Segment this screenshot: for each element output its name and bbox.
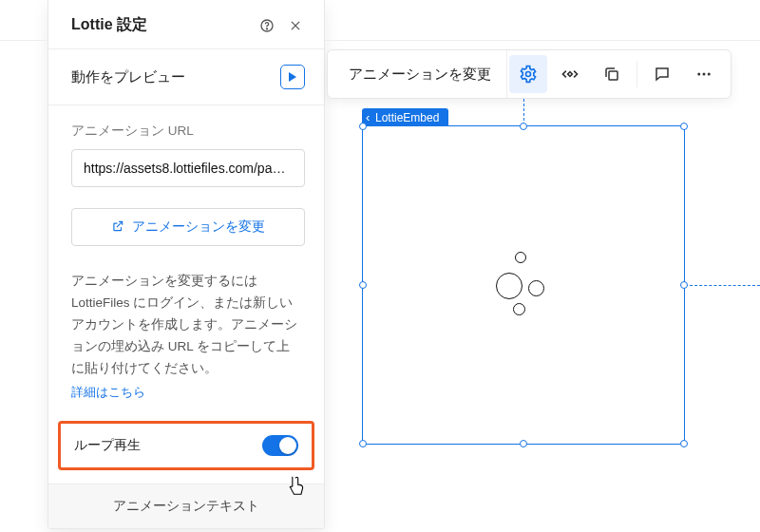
animation-bubble-medium bbox=[528, 280, 544, 296]
code-brackets-icon[interactable] bbox=[551, 55, 589, 93]
resize-handle-bl[interactable] bbox=[359, 440, 367, 447]
loop-playback-row: ループ再生 bbox=[58, 421, 314, 470]
svg-point-5 bbox=[697, 73, 700, 76]
animation-bubble-small-top bbox=[515, 252, 526, 263]
resize-handle-tl[interactable] bbox=[359, 123, 367, 130]
animation-bubble-small-bottom bbox=[513, 303, 525, 315]
resize-handle-mr[interactable] bbox=[680, 281, 688, 289]
preview-label: 動作をプレビュー bbox=[71, 68, 185, 86]
svg-point-2 bbox=[526, 72, 531, 77]
svg-point-6 bbox=[703, 73, 706, 76]
svg-rect-3 bbox=[568, 72, 573, 77]
element-tag[interactable]: LottieEmbed bbox=[362, 108, 448, 127]
external-link-icon bbox=[111, 219, 124, 236]
animation-url-section: アニメーション URL https://assets8.lottiefiles.… bbox=[48, 105, 324, 250]
settings-gear-icon[interactable] bbox=[509, 55, 547, 93]
loop-playback-label: ループ再生 bbox=[74, 437, 141, 454]
change-animation-button[interactable]: アニメーションを変更 bbox=[71, 208, 305, 246]
toolbar-separator bbox=[636, 61, 637, 87]
lottie-settings-panel: Lottie 設定 動作をプレビュー アニメーション URL https://a… bbox=[48, 0, 325, 529]
animation-url-input[interactable]: https://assets8.lottiefiles.com/pa… bbox=[71, 149, 305, 187]
more-icon[interactable] bbox=[685, 55, 723, 93]
selection-guide-vertical bbox=[523, 99, 524, 125]
close-icon[interactable] bbox=[286, 16, 305, 35]
preview-row: 動作をプレビュー bbox=[48, 49, 324, 105]
toolbar-change-animation[interactable]: アニメーションを変更 bbox=[333, 50, 507, 98]
help-icon[interactable] bbox=[257, 16, 276, 35]
loop-playback-toggle[interactable] bbox=[262, 435, 298, 456]
svg-point-7 bbox=[708, 73, 711, 76]
panel-header: Lottie 設定 bbox=[48, 0, 324, 49]
canvas-toolbar: アニメーションを変更 bbox=[327, 49, 732, 99]
svg-rect-4 bbox=[609, 71, 618, 80]
animation-bubble-large bbox=[496, 273, 522, 299]
resize-handle-br[interactable] bbox=[680, 440, 688, 447]
lottie-canvas-selection[interactable] bbox=[362, 125, 685, 445]
animation-url-label: アニメーション URL bbox=[71, 123, 305, 140]
resize-handle-tm[interactable] bbox=[520, 123, 527, 130]
comment-icon[interactable] bbox=[643, 55, 681, 93]
animation-text-tab[interactable]: アニメーションテキスト bbox=[48, 484, 324, 528]
resize-handle-ml[interactable] bbox=[359, 281, 367, 289]
svg-point-1 bbox=[266, 28, 267, 28]
learn-more-link[interactable]: 詳細はこちら bbox=[71, 382, 145, 403]
duplicate-icon[interactable] bbox=[593, 55, 631, 93]
resize-handle-tr[interactable] bbox=[680, 123, 688, 130]
help-text: アニメーションを変更するには LottieFiles にログイン、または新しいア… bbox=[48, 250, 324, 408]
page-divider-left bbox=[0, 40, 48, 41]
selection-guide-horizontal bbox=[685, 285, 760, 286]
panel-title: Lottie 設定 bbox=[71, 15, 147, 35]
resize-handle-bm[interactable] bbox=[520, 440, 527, 447]
preview-play-button[interactable] bbox=[280, 65, 305, 89]
page-divider-right bbox=[325, 40, 760, 41]
